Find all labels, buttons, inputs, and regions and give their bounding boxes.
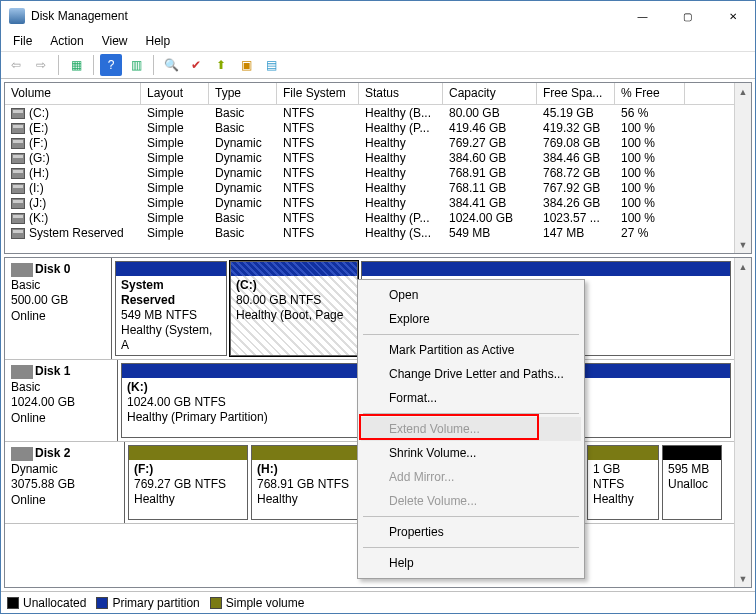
menu-help[interactable]: Help (138, 32, 179, 50)
col-type[interactable]: Type (209, 83, 277, 104)
volume-list-header: Volume Layout Type File System Status Ca… (5, 83, 734, 105)
table-row[interactable]: (I:)SimpleDynamicNTFSHealthy768.11 GB767… (5, 180, 734, 195)
ctx-add-mirror[interactable]: Add Mirror... (361, 465, 581, 489)
volume-icon (11, 213, 25, 224)
legend-primary: Primary partition (112, 596, 199, 610)
menu-file[interactable]: File (5, 32, 40, 50)
partition[interactable]: System Reserved549 MB NTFSHealthy (Syste… (115, 261, 227, 356)
volume-icon (11, 138, 25, 149)
disk-info: Disk 1Basic1024.00 GBOnline (5, 360, 118, 441)
ctx-shrink-volume[interactable]: Shrink Volume... (361, 441, 581, 465)
partition[interactable]: (H:)768.91 GB NTFSHealthy (251, 445, 371, 520)
partition[interactable]: 1 GB NTFSHealthy (587, 445, 659, 520)
toolbar-icon-4[interactable]: ✔ (185, 54, 207, 76)
table-row[interactable]: (C:)SimpleBasicNTFSHealthy (B...80.00 GB… (5, 105, 734, 120)
menu-action[interactable]: Action (42, 32, 91, 50)
partition[interactable]: 595 MBUnalloc (662, 445, 722, 520)
ctx-mark-active[interactable]: Mark Partition as Active (361, 338, 581, 362)
disk-info: Disk 0Basic500.00 GBOnline (5, 258, 112, 359)
table-row[interactable]: (F:)SimpleDynamicNTFSHealthy769.27 GB769… (5, 135, 734, 150)
disk-icon (11, 263, 33, 277)
toolbar-icon-5[interactable]: ⬆ (210, 54, 232, 76)
toolbar: ⇦ ⇨ ▦ ? ▥ 🔍 ✔ ⬆ ▣ ▤ (1, 51, 755, 79)
context-menu: Open Explore Mark Partition as Active Ch… (357, 279, 585, 579)
col-capacity[interactable]: Capacity (443, 83, 537, 104)
disk-info: Disk 2Dynamic3075.88 GBOnline (5, 442, 125, 523)
toolbar-icon-7[interactable]: ▤ (260, 54, 282, 76)
menu-bar: File Action View Help (1, 31, 755, 51)
minimize-button[interactable]: — (620, 2, 665, 31)
ctx-delete-volume[interactable]: Delete Volume... (361, 489, 581, 513)
disk-icon (11, 365, 33, 379)
col-free[interactable]: Free Spa... (537, 83, 615, 104)
scroll-down-icon[interactable]: ▼ (735, 570, 751, 587)
close-button[interactable]: ✕ (710, 2, 755, 31)
partition[interactable]: (C:)80.00 GB NTFSHealthy (Boot, Page (230, 261, 358, 356)
col-filesystem[interactable]: File System (277, 83, 359, 104)
menu-view[interactable]: View (94, 32, 136, 50)
col-status[interactable]: Status (359, 83, 443, 104)
title-bar: Disk Management — ▢ ✕ (1, 1, 755, 31)
table-row[interactable]: System ReservedSimpleBasicNTFSHealthy (S… (5, 225, 734, 240)
toolbar-icon-6[interactable]: ▣ (235, 54, 257, 76)
volume-icon (11, 198, 25, 209)
volume-icon (11, 153, 25, 164)
volume-icon (11, 183, 25, 194)
ctx-format[interactable]: Format... (361, 386, 581, 410)
toolbar-icon-3[interactable]: 🔍 (160, 54, 182, 76)
back-button[interactable]: ⇦ (5, 54, 27, 76)
partition[interactable]: (F:)769.27 GB NTFSHealthy (128, 445, 248, 520)
table-row[interactable]: (E:)SimpleBasicNTFSHealthy (P...419.46 G… (5, 120, 734, 135)
scroll-up-icon[interactable]: ▲ (735, 258, 751, 275)
scroll-up-icon[interactable]: ▲ (735, 83, 751, 100)
disk-icon (11, 447, 33, 461)
col-pfree[interactable]: % Free (615, 83, 685, 104)
table-row[interactable]: (J:)SimpleDynamicNTFSHealthy384.41 GB384… (5, 195, 734, 210)
volume-icon (11, 123, 25, 134)
legend-unalloc: Unallocated (23, 596, 86, 610)
forward-button[interactable]: ⇨ (30, 54, 52, 76)
table-row[interactable]: (K:)SimpleBasicNTFSHealthy (P...1024.00 … (5, 210, 734, 225)
legend-simple: Simple volume (226, 596, 305, 610)
ctx-properties[interactable]: Properties (361, 520, 581, 544)
col-layout[interactable]: Layout (141, 83, 209, 104)
col-volume[interactable]: Volume (5, 83, 141, 104)
ctx-help[interactable]: Help (361, 551, 581, 575)
app-icon (9, 8, 25, 24)
maximize-button[interactable]: ▢ (665, 2, 710, 31)
ctx-explore[interactable]: Explore (361, 307, 581, 331)
volume-icon (11, 108, 25, 119)
help-icon[interactable]: ? (100, 54, 122, 76)
volume-scrollbar[interactable]: ▲ ▼ (734, 83, 751, 253)
window-title: Disk Management (31, 9, 620, 23)
scroll-down-icon[interactable]: ▼ (735, 236, 751, 253)
toolbar-icon-2[interactable]: ▥ (125, 54, 147, 76)
disk-scrollbar[interactable]: ▲ ▼ (734, 258, 751, 587)
ctx-change-letter[interactable]: Change Drive Letter and Paths... (361, 362, 581, 386)
table-row[interactable]: (H:)SimpleDynamicNTFSHealthy768.91 GB768… (5, 165, 734, 180)
toolbar-view-icon[interactable]: ▦ (65, 54, 87, 76)
volume-list[interactable]: Volume Layout Type File System Status Ca… (4, 82, 752, 254)
ctx-extend-volume[interactable]: Extend Volume... (361, 417, 581, 441)
table-row[interactable]: (G:)SimpleDynamicNTFSHealthy384.60 GB384… (5, 150, 734, 165)
volume-icon (11, 168, 25, 179)
legend: Unallocated Primary partition Simple vol… (1, 591, 755, 613)
volume-icon (11, 228, 25, 239)
ctx-open[interactable]: Open (361, 283, 581, 307)
